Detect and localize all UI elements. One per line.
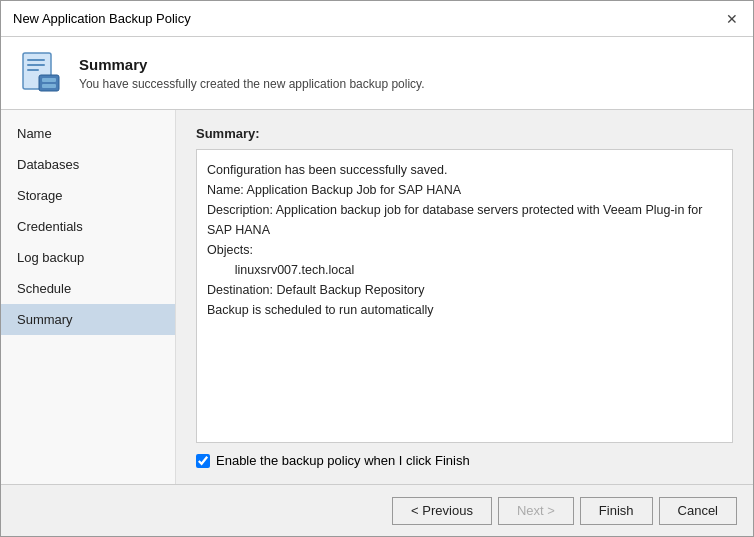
enable-policy-label: Enable the backup policy when I click Fi… — [216, 453, 470, 468]
header-text: Summary You have successfully created th… — [79, 56, 425, 91]
header-title: Summary — [79, 56, 425, 73]
previous-button[interactable]: < Previous — [392, 497, 492, 525]
sidebar-item-summary[interactable]: Summary — [1, 304, 175, 335]
sidebar: Name Databases Storage Credentials Log b… — [1, 110, 176, 484]
svg-rect-5 — [42, 78, 56, 82]
sidebar-item-name[interactable]: Name — [1, 118, 175, 149]
header: Summary You have successfully created th… — [1, 37, 753, 110]
svg-rect-6 — [42, 84, 56, 88]
header-subtitle: You have successfully created the new ap… — [79, 77, 425, 91]
svg-rect-2 — [27, 64, 45, 66]
cancel-button[interactable]: Cancel — [659, 497, 737, 525]
svg-rect-1 — [27, 59, 45, 61]
svg-rect-4 — [39, 75, 59, 91]
summary-section-label: Summary: — [196, 126, 733, 141]
dialog-title: New Application Backup Policy — [13, 11, 191, 26]
sidebar-item-databases[interactable]: Databases — [1, 149, 175, 180]
header-icon — [17, 49, 65, 97]
dialog: New Application Backup Policy ✕ Summary … — [0, 0, 754, 537]
title-bar: New Application Backup Policy ✕ — [1, 1, 753, 37]
main-panel: Summary: Configuration has been successf… — [176, 110, 753, 484]
sidebar-item-credentials[interactable]: Credentials — [1, 211, 175, 242]
footer: < Previous Next > Finish Cancel — [1, 484, 753, 536]
sidebar-item-schedule[interactable]: Schedule — [1, 273, 175, 304]
sidebar-item-log-backup[interactable]: Log backup — [1, 242, 175, 273]
finish-button[interactable]: Finish — [580, 497, 653, 525]
content: Name Databases Storage Credentials Log b… — [1, 110, 753, 484]
next-button[interactable]: Next > — [498, 497, 574, 525]
enable-policy-row: Enable the backup policy when I click Fi… — [196, 453, 733, 468]
summary-text-box: Configuration has been successfully save… — [196, 149, 733, 443]
svg-rect-3 — [27, 69, 39, 71]
enable-policy-checkbox[interactable] — [196, 454, 210, 468]
close-button[interactable]: ✕ — [723, 10, 741, 28]
sidebar-item-storage[interactable]: Storage — [1, 180, 175, 211]
